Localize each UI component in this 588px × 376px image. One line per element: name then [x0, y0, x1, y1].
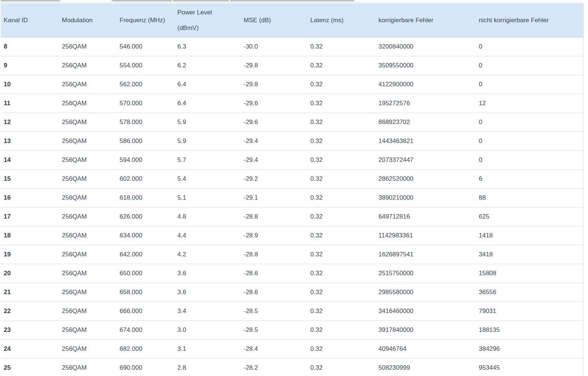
cell-nicht-korrigierbare-fehler: 384296: [476, 340, 583, 359]
cell-power-level-dbmv: 5.4: [174, 170, 241, 189]
cell-latenz-ms: 0.32: [307, 245, 375, 264]
tab-segment-active[interactable]: [60, 0, 111, 2]
cell-latenz-ms: 0.32: [307, 207, 375, 226]
cell-frequenz-mhz: 594.000: [117, 151, 174, 170]
cell-power-level-dbmv: 5.1: [174, 189, 241, 207]
cell-modulation: 256QAM: [59, 75, 117, 94]
cell-modulation: 256QAM: [59, 151, 117, 170]
cell-mse-db: -28.2: [241, 359, 307, 376]
cell-latenz-ms: 0.32: [307, 170, 375, 189]
cell-latenz-ms: 0.32: [307, 283, 375, 302]
cell-kanal-id: 14: [1, 151, 59, 170]
cell-mse-db: -28.6: [241, 283, 307, 302]
cell-kanal-id: 10: [1, 75, 59, 94]
cell-nicht-korrigierbare-fehler: 12: [476, 94, 583, 113]
cell-kanal-id: 16: [1, 189, 59, 207]
cell-power-level-dbmv: 4.8: [174, 207, 241, 226]
cell-korrigierbare-fehler: 868923702: [375, 113, 476, 132]
cell-nicht-korrigierbare-fehler: 188135: [476, 321, 583, 340]
cell-korrigierbare-fehler: 3509550000: [375, 56, 476, 75]
table-row: 22256QAM666.0003.4-28.50.323416460000790…: [1, 302, 583, 321]
table-row: 12256QAM578.0005.9-29.60.328689237020: [1, 113, 583, 132]
cell-frequenz-mhz: 554.000: [117, 56, 174, 75]
cell-frequenz-mhz: 586.000: [117, 132, 174, 151]
table-row: 21256QAM658.0003.6-28.60.322985580000365…: [1, 283, 583, 302]
cell-mse-db: -29.8: [241, 56, 307, 75]
cell-nicht-korrigierbare-fehler: 0: [476, 56, 583, 75]
table-row: 8256QAM546.0006.3-30.00.3232008400000: [1, 37, 583, 56]
table-row: 19256QAM642.0004.2-28.80.321626897541341…: [1, 245, 583, 264]
cell-modulation: 256QAM: [59, 132, 117, 151]
cell-power-level-dbmv: 3.6: [174, 283, 241, 302]
cell-mse-db: -28.9: [241, 226, 307, 245]
cell-mse-db: -29.4: [241, 151, 307, 170]
cell-latenz-ms: 0.32: [307, 132, 375, 151]
cell-korrigierbare-fehler: 3200840000: [375, 37, 476, 56]
tab-segment-4[interactable]: [173, 0, 229, 2]
cell-nicht-korrigierbare-fehler: 36556: [476, 283, 583, 302]
cell-mse-db: -28.6: [241, 264, 307, 283]
cell-modulation: 256QAM: [59, 245, 117, 264]
cell-mse-db: -29.8: [241, 75, 307, 94]
cell-kanal-id: 15: [1, 170, 59, 189]
cell-nicht-korrigierbare-fehler: 0: [476, 151, 583, 170]
cell-kanal-id: 17: [1, 207, 59, 226]
column-header-latenz-ms: Latenz (ms): [307, 4, 375, 37]
cell-frequenz-mhz: 546.000: [117, 37, 174, 56]
table-row: 24256QAM682.0003.1-28.40.324094676438429…: [1, 340, 583, 359]
cell-nicht-korrigierbare-fehler: 625: [476, 207, 583, 226]
cell-korrigierbare-fehler: 2985580000: [375, 283, 476, 302]
cell-kanal-id: 13: [1, 132, 59, 151]
cell-nicht-korrigierbare-fehler: 0: [476, 113, 583, 132]
table-row: 14256QAM594.0005.7-29.40.3220733724470: [1, 151, 583, 170]
cell-mse-db: -29.6: [241, 94, 307, 113]
cell-frequenz-mhz: 602.000: [117, 170, 174, 189]
table-row: 11256QAM570.0006.4-29.60.3219527257612: [1, 94, 583, 113]
cell-frequenz-mhz: 562.000: [117, 75, 174, 94]
cell-nicht-korrigierbare-fehler: 6: [476, 170, 583, 189]
table-row: 17256QAM626.0004.8-28.80.32649712816625: [1, 207, 583, 226]
downstream-channel-table: Kanal IDModulationFrequenz (MHz)Power Le…: [1, 4, 584, 376]
tab-segment-5[interactable]: [230, 0, 354, 2]
cell-kanal-id: 22: [1, 302, 59, 321]
tab-bar: [0, 0, 588, 4]
cell-modulation: 256QAM: [59, 56, 117, 75]
cell-latenz-ms: 0.32: [307, 226, 375, 245]
cell-mse-db: -28.5: [241, 302, 307, 321]
cell-power-level-dbmv: 6.2: [174, 56, 241, 75]
cell-modulation: 256QAM: [59, 302, 117, 321]
cell-nicht-korrigierbare-fehler: 0: [476, 75, 583, 94]
cell-kanal-id: 23: [1, 321, 59, 340]
cell-korrigierbare-fehler: 4122900000: [375, 75, 476, 94]
cell-korrigierbare-fehler: 1443463821: [375, 132, 476, 151]
cell-mse-db: -29.1: [241, 189, 307, 207]
cell-kanal-id: 18: [1, 226, 59, 245]
cell-frequenz-mhz: 618.000: [117, 189, 174, 207]
cell-kanal-id: 25: [1, 359, 59, 376]
channel-table-body: 8256QAM546.0006.3-30.00.3232008400000925…: [1, 37, 583, 376]
cell-nicht-korrigierbare-fehler: 1418: [476, 226, 583, 245]
tab-segment-3[interactable]: [112, 0, 172, 2]
cell-mse-db: -29.2: [241, 170, 307, 189]
cell-frequenz-mhz: 650.000: [117, 264, 174, 283]
cell-korrigierbare-fehler: 3917840000: [375, 321, 476, 340]
cell-modulation: 256QAM: [59, 113, 117, 132]
table-row: 13256QAM586.0005.9-29.40.3214434638210: [1, 132, 583, 151]
table-row: 18256QAM634.0004.4-28.90.321142983361141…: [1, 226, 583, 245]
cell-mse-db: -28.8: [241, 207, 307, 226]
tab-segment-1[interactable]: [1, 0, 60, 2]
cell-latenz-ms: 0.32: [307, 264, 375, 283]
cell-kanal-id: 21: [1, 283, 59, 302]
cell-modulation: 256QAM: [59, 359, 117, 376]
table-header: Kanal IDModulationFrequenz (MHz)Power Le…: [1, 4, 583, 37]
cell-latenz-ms: 0.32: [307, 302, 375, 321]
table-row: 23256QAM674.0003.0-28.50.323917840000188…: [1, 321, 583, 340]
cell-nicht-korrigierbare-fehler: 0: [476, 132, 583, 151]
cell-mse-db: -28.4: [241, 340, 307, 359]
cell-power-level-dbmv: 5.9: [174, 113, 241, 132]
cell-korrigierbare-fehler: 195272576: [375, 94, 476, 113]
cell-power-level-dbmv: 6.4: [174, 75, 241, 94]
cell-power-level-dbmv: 6.3: [174, 37, 241, 56]
column-header-kanal-id: Kanal ID: [1, 4, 59, 37]
cell-frequenz-mhz: 690.000: [117, 359, 174, 376]
